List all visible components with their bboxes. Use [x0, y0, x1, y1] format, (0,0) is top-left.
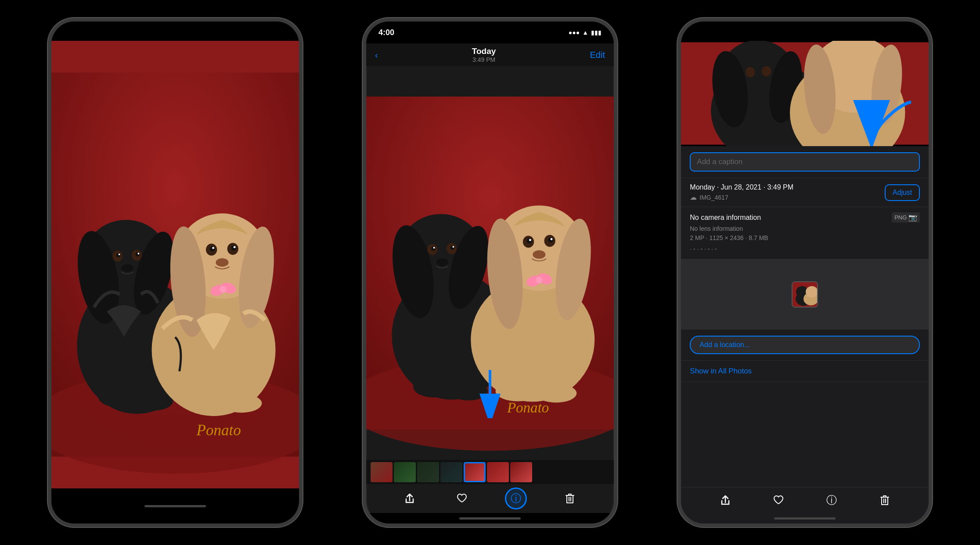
film-thumb-4[interactable]: [440, 462, 462, 482]
svg-point-30: [180, 391, 225, 412]
svg-point-76: [762, 66, 771, 76]
side-button-mid-3: [677, 131, 678, 162]
toolbar-icons-3: ⓘ: [681, 488, 929, 513]
date-info-row: Monday · Jun 28, 2021 · 3:49 PM ☁ IMG_46…: [681, 178, 929, 207]
camera-info-header: No camera information PNG 📷: [690, 212, 920, 222]
svg-point-23: [231, 245, 236, 251]
favorite-button[interactable]: [453, 489, 471, 508]
svg-point-25: [233, 246, 235, 248]
map-photo-pin: [792, 281, 818, 308]
svg-text:Ponato: Ponato: [507, 400, 549, 416]
svg-point-47: [413, 376, 456, 398]
camera-info-title: No camera information: [690, 214, 761, 222]
caption-input[interactable]: Add a caption: [690, 152, 920, 172]
film-thumb-2[interactable]: [394, 462, 416, 482]
toolbar-3: ⓘ: [681, 487, 929, 513]
svg-point-31: [221, 394, 262, 413]
svg-point-15: [134, 392, 173, 411]
caption-row: Add a caption: [681, 146, 929, 178]
svg-point-45: [452, 246, 454, 248]
resolution-info: 2 MP · 1125 × 2436 · 8.7 MB: [690, 233, 920, 243]
wifi-icon: ▲: [582, 29, 588, 36]
svg-point-43: [450, 246, 455, 250]
svg-point-86: [806, 286, 818, 298]
nav-subtitle: 3:49 PM: [472, 56, 496, 63]
side-button-bot: [363, 171, 364, 201]
svg-point-44: [433, 247, 435, 249]
svg-point-58: [551, 238, 553, 240]
phone-2: 4:00 ●●● ▲ ▮▮▮ ‹ Today 3:49 PM Edit: [363, 18, 617, 527]
blue-arrow-2: [472, 366, 508, 418]
home-bar-2: [459, 517, 521, 520]
adjust-button[interactable]: Adjust: [885, 184, 920, 201]
share-button-3[interactable]: [716, 491, 735, 509]
svg-point-46: [436, 258, 448, 266]
toolbar-icons: ⓘ: [366, 484, 614, 513]
nav-title: Today 3:49 PM: [472, 47, 496, 63]
png-badge: PNG 📷: [892, 212, 920, 222]
info-button[interactable]: ⓘ: [505, 488, 527, 509]
home-indicator: [144, 505, 206, 507]
delete-button[interactable]: [561, 489, 579, 508]
home-area: [51, 488, 299, 523]
delete-button-3[interactable]: [876, 491, 894, 509]
dogs-photo: Ponato: [51, 41, 299, 488]
phone-1: Ponato: [48, 18, 303, 527]
home-bar-3: [774, 517, 836, 520]
info-button-3[interactable]: ⓘ: [822, 491, 841, 509]
edit-button[interactable]: Edit: [590, 50, 605, 60]
photo-date: Monday · Jun 28, 2021 · 3:49 PM: [690, 183, 793, 191]
svg-point-22: [209, 246, 215, 251]
svg-point-75: [746, 67, 755, 77]
film-thumb-6[interactable]: [487, 462, 509, 482]
share-button[interactable]: [400, 489, 419, 508]
show-all-photos-link[interactable]: Show in All Photos: [690, 367, 752, 375]
svg-point-12: [137, 253, 139, 255]
svg-point-24: [212, 247, 214, 249]
cloud-icon: ☁: [690, 193, 697, 201]
info-panel: Add a caption Monday · Jun 28, 2021 · 3:…: [681, 146, 929, 487]
svg-text:Ponato: Ponato: [196, 422, 241, 439]
back-button[interactable]: ‹: [375, 50, 378, 60]
film-thumb-5[interactable]: [464, 462, 486, 482]
favorite-button-3[interactable]: [769, 491, 788, 509]
location-btn-row: Add a location...: [681, 330, 929, 361]
film-thumb-7[interactable]: [510, 462, 532, 482]
film-thumb-1[interactable]: [371, 462, 393, 482]
add-location-button[interactable]: Add a location...: [690, 336, 920, 354]
home-indicator-2: [366, 513, 614, 523]
photo-area-2: Ponato: [366, 66, 614, 460]
status-bar-2: 4:00 ●●● ▲ ▮▮▮: [366, 22, 614, 43]
side-button-mid: [363, 131, 364, 162]
svg-point-14: [98, 386, 141, 408]
svg-point-11: [118, 254, 120, 255]
signal-icon: ●●●: [569, 29, 580, 36]
side-button-top: [363, 100, 364, 122]
photo-thumbnail-area: [681, 41, 929, 146]
status-bar-3: [681, 22, 929, 41]
dash-info: · - · - · - · -: [690, 244, 920, 254]
svg-point-57: [529, 239, 531, 241]
side-button-bot: [48, 171, 49, 201]
svg-point-13: [121, 264, 133, 272]
battery-icon: ▮▮▮: [591, 29, 602, 36]
map-content: [681, 259, 929, 330]
side-button-mid: [48, 131, 49, 162]
svg-point-59: [533, 250, 545, 258]
side-button-top-3: [677, 100, 678, 122]
date-info-left: Monday · Jun 28, 2021 · 3:49 PM ☁ IMG_46…: [690, 183, 793, 201]
svg-point-42: [431, 247, 436, 251]
film-thumb-3[interactable]: [417, 462, 439, 482]
status-time: 4:00: [378, 28, 394, 37]
map-pin-photo: [793, 282, 818, 308]
svg-point-29: [220, 286, 227, 293]
home-indicator-3: [681, 513, 929, 523]
camera-info-row: No camera information PNG 📷 No lens info…: [681, 207, 929, 259]
show-all-photos-row: Show in All Photos: [681, 361, 929, 382]
png-label: PNG: [894, 214, 907, 221]
phone-3: Add a caption Monday · Jun 28, 2021 · 3:…: [677, 18, 932, 527]
svg-point-62: [536, 277, 543, 284]
blue-arrow-3: [850, 93, 920, 146]
filmstrip[interactable]: [366, 460, 614, 484]
svg-point-26: [216, 258, 228, 266]
